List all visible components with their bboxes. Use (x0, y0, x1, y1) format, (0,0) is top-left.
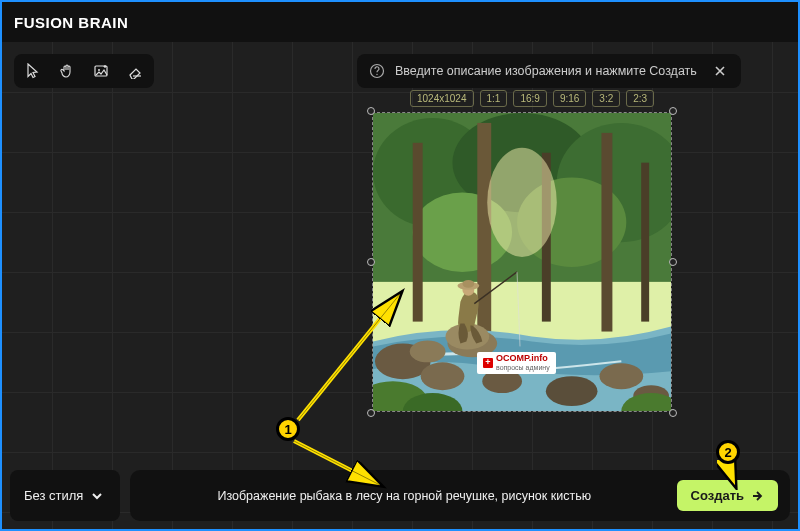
size-3-2[interactable]: 3:2 (592, 90, 620, 107)
cursor-icon (25, 63, 41, 79)
watermark-main: OCOMP.info (496, 353, 548, 363)
prompt-box: Изображение рыбака в лесу на горной речу… (130, 470, 790, 521)
size-1024x1024[interactable]: 1024x1024 (410, 90, 474, 107)
watermark-badge: + OCOMP.info вопросы админу (477, 352, 556, 374)
resize-handle-tr[interactable] (669, 107, 677, 115)
eraser-tool[interactable] (124, 60, 146, 82)
svg-point-3 (376, 74, 377, 75)
svg-point-23 (599, 363, 643, 389)
hand-tool[interactable] (56, 60, 78, 82)
app-header: FUSION BRAIN (2, 2, 798, 42)
style-label: Без стиля (24, 488, 83, 503)
tool-toolbar (14, 54, 154, 88)
svg-point-1 (98, 69, 100, 71)
watermark-sub: вопросы админу (496, 364, 550, 372)
plus-icon: + (483, 358, 493, 368)
create-button[interactable]: Создать (677, 480, 778, 511)
image-tool[interactable] (90, 60, 112, 82)
annotation-1: 1 (276, 417, 300, 441)
resize-handle-bl[interactable] (367, 409, 375, 417)
canvas-stage: Введите описание изображения и нажмите С… (2, 42, 798, 529)
hint-close-button[interactable] (711, 62, 729, 80)
svg-rect-15 (601, 133, 612, 332)
svg-point-32 (462, 280, 474, 288)
hint-bar: Введите описание изображения и нажмите С… (357, 54, 741, 88)
bottom-bar: Без стиля Изображение рыбака в лесу на г… (10, 470, 790, 521)
hint-text: Введите описание изображения и нажмите С… (395, 64, 697, 78)
svg-point-22 (546, 376, 598, 406)
svg-point-19 (421, 362, 465, 390)
resize-handle-tl[interactable] (367, 107, 375, 115)
size-2-3[interactable]: 2:3 (626, 90, 654, 107)
resize-handle-ml[interactable] (367, 258, 375, 266)
resize-handle-mr[interactable] (669, 258, 677, 266)
resize-handle-br[interactable] (669, 409, 677, 417)
app-logo: FUSION BRAIN (14, 14, 128, 31)
svg-point-20 (410, 340, 446, 362)
prompt-input[interactable]: Изображение рыбака в лесу на горной речу… (142, 489, 667, 503)
size-9-16[interactable]: 9:16 (553, 90, 586, 107)
size-16-9[interactable]: 16:9 (513, 90, 546, 107)
arrow-right-icon (750, 489, 764, 503)
cursor-tool[interactable] (22, 60, 44, 82)
chevron-down-icon (91, 490, 103, 502)
svg-rect-16 (641, 163, 649, 322)
close-icon (714, 65, 726, 77)
svg-rect-13 (477, 123, 491, 351)
svg-point-17 (487, 148, 557, 257)
annotation-2: 2 (716, 440, 740, 464)
size-1-1[interactable]: 1:1 (480, 90, 508, 107)
svg-rect-12 (413, 143, 423, 322)
hand-icon (59, 63, 75, 79)
style-dropdown[interactable]: Без стиля (10, 470, 120, 521)
size-options: 1024x1024 1:1 16:9 9:16 3:2 2:3 (410, 90, 654, 107)
image-icon (93, 63, 109, 79)
eraser-icon (127, 63, 143, 79)
help-icon (369, 63, 385, 79)
create-button-label: Создать (691, 488, 744, 503)
